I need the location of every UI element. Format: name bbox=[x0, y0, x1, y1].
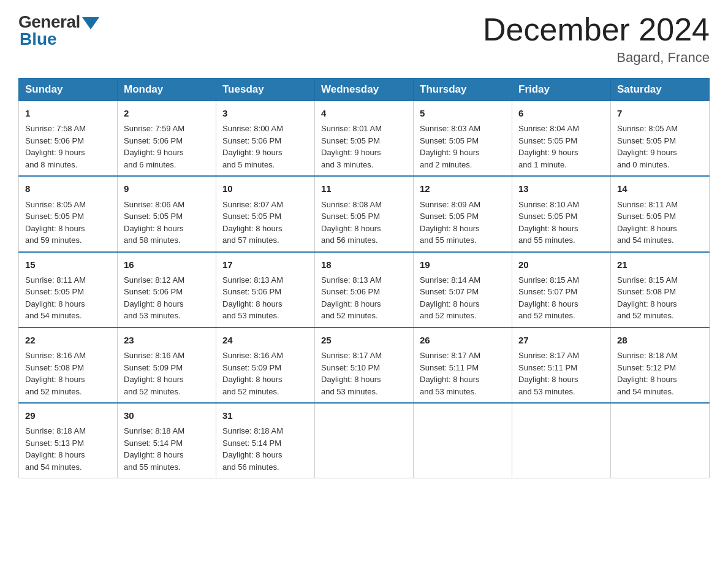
logo: General Blue bbox=[18, 12, 99, 49]
day-info: Sunrise: 8:18 AMSunset: 5:13 PMDaylight:… bbox=[25, 425, 111, 473]
logo-triangle-icon bbox=[82, 17, 99, 29]
day-info: Sunrise: 8:16 AMSunset: 5:09 PMDaylight:… bbox=[124, 350, 210, 397]
calendar-cell: 19Sunrise: 8:14 AMSunset: 5:07 PMDayligh… bbox=[414, 252, 512, 327]
day-info: Sunrise: 8:11 AMSunset: 5:05 PMDaylight:… bbox=[617, 199, 703, 247]
calendar-cell: 15Sunrise: 8:11 AMSunset: 5:05 PMDayligh… bbox=[19, 252, 118, 327]
calendar-cell: 6Sunrise: 8:04 AMSunset: 5:05 PMDaylight… bbox=[512, 101, 611, 177]
day-info: Sunrise: 8:14 AMSunset: 5:07 PMDaylight:… bbox=[420, 274, 506, 322]
day-header-wednesday: Wednesday bbox=[315, 79, 414, 101]
day-number: 19 bbox=[420, 258, 506, 272]
day-number: 20 bbox=[518, 258, 604, 272]
calendar-cell bbox=[414, 403, 512, 478]
day-header-thursday: Thursday bbox=[414, 79, 512, 101]
week-row-1: 1Sunrise: 7:58 AMSunset: 5:06 PMDaylight… bbox=[19, 101, 710, 177]
day-info: Sunrise: 8:06 AMSunset: 5:05 PMDaylight:… bbox=[124, 199, 210, 247]
day-number: 21 bbox=[617, 258, 703, 272]
calendar-cell: 3Sunrise: 8:00 AMSunset: 5:06 PMDaylight… bbox=[216, 101, 315, 177]
day-info: Sunrise: 8:07 AMSunset: 5:05 PMDaylight:… bbox=[222, 199, 308, 247]
day-number: 18 bbox=[321, 258, 407, 272]
day-info: Sunrise: 8:18 AMSunset: 5:12 PMDaylight:… bbox=[617, 350, 703, 397]
calendar-cell: 28Sunrise: 8:18 AMSunset: 5:12 PMDayligh… bbox=[611, 327, 710, 403]
day-header-monday: Monday bbox=[118, 79, 216, 101]
day-header-friday: Friday bbox=[512, 79, 611, 101]
day-info: Sunrise: 8:11 AMSunset: 5:05 PMDaylight:… bbox=[25, 274, 111, 322]
day-info: Sunrise: 8:18 AMSunset: 5:14 PMDaylight:… bbox=[124, 425, 210, 473]
calendar-cell: 2Sunrise: 7:59 AMSunset: 5:06 PMDaylight… bbox=[118, 101, 216, 177]
day-number: 12 bbox=[420, 182, 506, 196]
day-number: 25 bbox=[321, 333, 407, 347]
day-number: 26 bbox=[420, 333, 506, 347]
month-title: December 2024 bbox=[483, 12, 710, 47]
day-number: 2 bbox=[124, 106, 210, 120]
day-number: 17 bbox=[222, 258, 308, 272]
day-info: Sunrise: 8:03 AMSunset: 5:05 PMDaylight:… bbox=[420, 123, 506, 170]
day-number: 27 bbox=[518, 333, 604, 347]
calendar-cell: 8Sunrise: 8:05 AMSunset: 5:05 PMDaylight… bbox=[19, 176, 118, 251]
day-info: Sunrise: 8:08 AMSunset: 5:05 PMDaylight:… bbox=[321, 199, 407, 247]
calendar-table: SundayMondayTuesdayWednesdayThursdayFrid… bbox=[18, 78, 710, 478]
calendar-cell: 23Sunrise: 8:16 AMSunset: 5:09 PMDayligh… bbox=[118, 327, 216, 403]
calendar-cell: 7Sunrise: 8:05 AMSunset: 5:05 PMDaylight… bbox=[611, 101, 710, 177]
day-number: 23 bbox=[124, 333, 210, 347]
calendar-cell: 31Sunrise: 8:18 AMSunset: 5:14 PMDayligh… bbox=[216, 403, 315, 478]
calendar-cell: 4Sunrise: 8:01 AMSunset: 5:05 PMDaylight… bbox=[315, 101, 414, 177]
day-number: 31 bbox=[222, 408, 308, 423]
calendar-cell bbox=[315, 403, 414, 478]
calendar-cell: 29Sunrise: 8:18 AMSunset: 5:13 PMDayligh… bbox=[19, 403, 118, 478]
day-header-saturday: Saturday bbox=[611, 79, 710, 101]
day-number: 3 bbox=[222, 106, 308, 120]
day-info: Sunrise: 8:10 AMSunset: 5:05 PMDaylight:… bbox=[518, 199, 604, 247]
day-number: 7 bbox=[617, 106, 703, 120]
calendar-cell: 20Sunrise: 8:15 AMSunset: 5:07 PMDayligh… bbox=[512, 252, 611, 327]
calendar-cell: 11Sunrise: 8:08 AMSunset: 5:05 PMDayligh… bbox=[315, 176, 414, 251]
calendar-cell: 25Sunrise: 8:17 AMSunset: 5:10 PMDayligh… bbox=[315, 327, 414, 403]
day-number: 8 bbox=[25, 182, 111, 196]
day-info: Sunrise: 8:16 AMSunset: 5:09 PMDaylight:… bbox=[222, 350, 308, 397]
calendar-cell: 24Sunrise: 8:16 AMSunset: 5:09 PMDayligh… bbox=[216, 327, 315, 403]
day-number: 29 bbox=[25, 408, 111, 423]
calendar-cell: 9Sunrise: 8:06 AMSunset: 5:05 PMDaylight… bbox=[118, 176, 216, 251]
day-number: 16 bbox=[124, 258, 210, 272]
calendar-cell: 27Sunrise: 8:17 AMSunset: 5:11 PMDayligh… bbox=[512, 327, 611, 403]
calendar-cell: 30Sunrise: 8:18 AMSunset: 5:14 PMDayligh… bbox=[118, 403, 216, 478]
calendar-cell: 12Sunrise: 8:09 AMSunset: 5:05 PMDayligh… bbox=[414, 176, 512, 251]
calendar-cell: 22Sunrise: 8:16 AMSunset: 5:08 PMDayligh… bbox=[19, 327, 118, 403]
week-row-5: 29Sunrise: 8:18 AMSunset: 5:13 PMDayligh… bbox=[19, 403, 710, 478]
day-number: 4 bbox=[321, 106, 407, 120]
calendar-cell: 10Sunrise: 8:07 AMSunset: 5:05 PMDayligh… bbox=[216, 176, 315, 251]
location: Bagard, France bbox=[483, 50, 710, 66]
day-number: 30 bbox=[124, 408, 210, 423]
day-number: 13 bbox=[518, 182, 604, 196]
day-info: Sunrise: 8:05 AMSunset: 5:05 PMDaylight:… bbox=[617, 123, 703, 170]
day-number: 1 bbox=[25, 106, 111, 120]
day-info: Sunrise: 8:18 AMSunset: 5:14 PMDaylight:… bbox=[222, 425, 308, 473]
day-info: Sunrise: 8:00 AMSunset: 5:06 PMDaylight:… bbox=[222, 123, 308, 170]
day-number: 24 bbox=[222, 333, 308, 347]
week-row-3: 15Sunrise: 8:11 AMSunset: 5:05 PMDayligh… bbox=[19, 252, 710, 327]
logo-blue-text: Blue bbox=[20, 29, 57, 49]
calendar-cell: 13Sunrise: 8:10 AMSunset: 5:05 PMDayligh… bbox=[512, 176, 611, 251]
day-info: Sunrise: 8:17 AMSunset: 5:11 PMDaylight:… bbox=[518, 350, 604, 397]
day-info: Sunrise: 7:59 AMSunset: 5:06 PMDaylight:… bbox=[124, 123, 210, 170]
title-block: December 2024 Bagard, France bbox=[483, 12, 710, 66]
calendar-cell bbox=[611, 403, 710, 478]
day-number: 11 bbox=[321, 182, 407, 196]
day-number: 14 bbox=[617, 182, 703, 196]
day-info: Sunrise: 8:16 AMSunset: 5:08 PMDaylight:… bbox=[25, 350, 111, 397]
day-header-sunday: Sunday bbox=[19, 79, 118, 101]
day-number: 15 bbox=[25, 258, 111, 272]
calendar-cell: 1Sunrise: 7:58 AMSunset: 5:06 PMDaylight… bbox=[19, 101, 118, 177]
day-number: 28 bbox=[617, 333, 703, 347]
day-info: Sunrise: 8:05 AMSunset: 5:05 PMDaylight:… bbox=[25, 199, 111, 247]
day-number: 22 bbox=[25, 333, 111, 347]
day-info: Sunrise: 8:09 AMSunset: 5:05 PMDaylight:… bbox=[420, 199, 506, 247]
calendar-cell: 16Sunrise: 8:12 AMSunset: 5:06 PMDayligh… bbox=[118, 252, 216, 327]
day-number: 6 bbox=[518, 106, 604, 120]
day-info: Sunrise: 7:58 AMSunset: 5:06 PMDaylight:… bbox=[25, 123, 111, 170]
day-header-tuesday: Tuesday bbox=[216, 79, 315, 101]
day-info: Sunrise: 8:15 AMSunset: 5:07 PMDaylight:… bbox=[518, 274, 604, 322]
calendar-cell: 18Sunrise: 8:13 AMSunset: 5:06 PMDayligh… bbox=[315, 252, 414, 327]
day-info: Sunrise: 8:17 AMSunset: 5:10 PMDaylight:… bbox=[321, 350, 407, 397]
calendar-cell bbox=[512, 403, 611, 478]
week-row-2: 8Sunrise: 8:05 AMSunset: 5:05 PMDaylight… bbox=[19, 176, 710, 251]
